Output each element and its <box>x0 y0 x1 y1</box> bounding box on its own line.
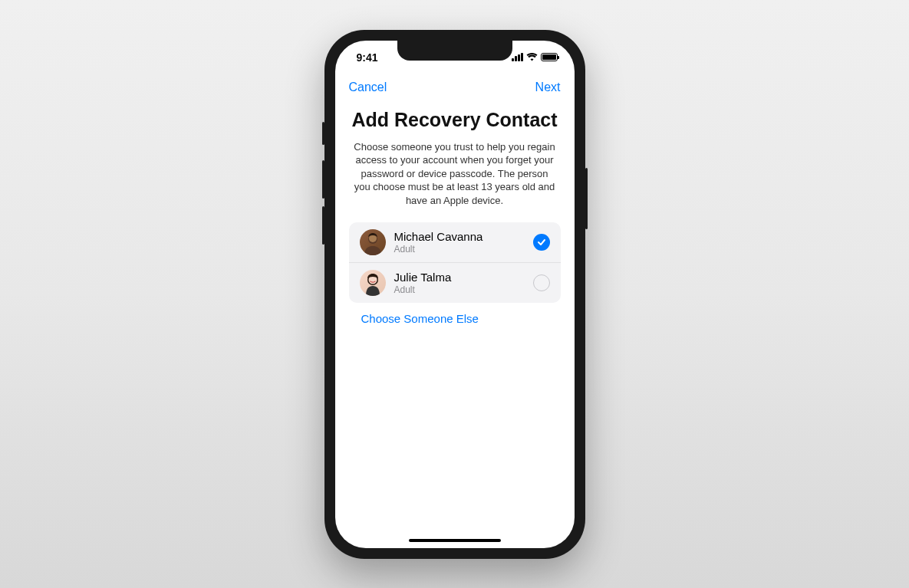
wifi-icon <box>526 53 538 61</box>
status-time: 9:41 <box>357 51 378 64</box>
status-indicators <box>512 53 558 61</box>
contact-info: Michael Cavanna Adult <box>394 230 525 255</box>
notch <box>397 41 512 61</box>
power-button <box>585 168 588 229</box>
cancel-button[interactable]: Cancel <box>349 80 387 94</box>
contact-role: Adult <box>394 284 525 295</box>
page-title: Add Recovery Contact <box>349 108 561 131</box>
volume-down-button <box>322 206 324 245</box>
volume-up-button <box>322 160 324 199</box>
phone-screen: 9:41 Cancel Next Add Recovery Contact Ch… <box>335 41 575 548</box>
contact-row-julie[interactable]: Julie Talma Adult <box>349 262 561 303</box>
contact-name: Julie Talma <box>394 271 525 284</box>
content: Add Recovery Contact Choose someone you … <box>335 102 575 335</box>
contact-role: Adult <box>394 244 525 255</box>
choose-someone-else-button[interactable]: Choose Someone Else <box>349 303 561 334</box>
checkmark-selected-icon <box>533 234 550 251</box>
page-description: Choose someone you trust to help you reg… <box>349 140 561 208</box>
contact-list: Michael Cavanna Adult Julie Talma Adult <box>349 222 561 303</box>
cellular-signal-icon <box>512 53 523 61</box>
next-button[interactable]: Next <box>535 80 561 94</box>
contact-row-michael[interactable]: Michael Cavanna Adult <box>349 222 561 262</box>
checkmark-unselected-icon <box>533 274 550 291</box>
home-indicator[interactable] <box>409 539 501 542</box>
nav-bar: Cancel Next <box>335 74 575 102</box>
avatar <box>360 229 386 255</box>
phone-frame: 9:41 Cancel Next Add Recovery Contact Ch… <box>324 30 585 559</box>
avatar <box>360 270 386 296</box>
mute-switch <box>322 122 324 145</box>
contact-info: Julie Talma Adult <box>394 271 525 295</box>
contact-name: Michael Cavanna <box>394 230 525 244</box>
battery-icon <box>541 53 558 61</box>
